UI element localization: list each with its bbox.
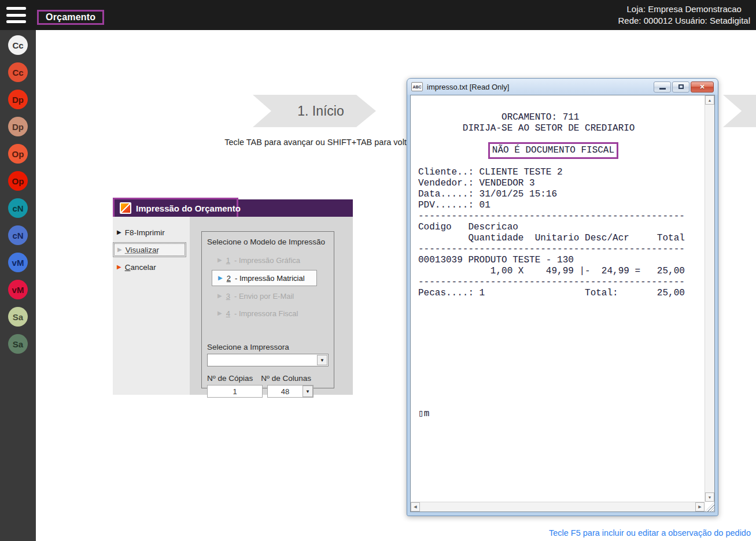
chevron-down-icon: ▼: [305, 389, 310, 394]
tab-navigation-hint: Tecle TAB para avançar ou SHIFT+TAB para…: [209, 138, 429, 147]
receipt-line: 1,00 X 49,99 |- 24,99 = 25,00: [418, 266, 685, 277]
close-icon: ✕: [699, 83, 705, 91]
topbar: Orçamento Loja: Empresa Demonstracao Red…: [0, 0, 756, 30]
printer-select-dropdown-button[interactable]: ▼: [317, 355, 327, 365]
print-dialog-title-highlight: Impressão do Orçamento: [113, 198, 238, 218]
maximize-icon: [678, 84, 684, 89]
sidebar-icon-Sa-11[interactable]: Sa: [8, 334, 28, 354]
model-option-4[interactable]: ▶4 - Impressora Fiscal: [202, 305, 334, 322]
session-info: Loja: Empresa Demonstracao Rede: 000012 …: [618, 3, 751, 27]
receipt-line: Codigo Descricao: [418, 222, 685, 233]
sidebar-icon-Dp-3[interactable]: Dp: [8, 117, 28, 136]
receipt-line: DIRIJA-SE AO SETOR DE CREDIARIO: [418, 123, 685, 134]
main-content: 1. Início Produ Tecle TAB para avançar o…: [36, 30, 756, 541]
model-option-3[interactable]: ▶3 - Envio por E-Mail: [202, 287, 334, 305]
notepad-titlebar[interactable]: ABC impresso.txt [Read Only] ✕: [407, 79, 718, 95]
triangle-right-icon: ▶: [698, 505, 701, 509]
receipt-line: 00013039 PRODUTO TESTE - 130: [418, 255, 685, 266]
receipt-line: [418, 398, 685, 409]
chevron-down-icon: ▼: [320, 358, 324, 363]
option-key: 4: [226, 309, 230, 318]
arrow-icon: ▶: [217, 310, 222, 316]
wizard-step-inicio-label: 1. Início: [297, 103, 344, 119]
horizontal-scrollbar[interactable]: ◀ ▶: [411, 502, 705, 512]
columns-dropdown-button[interactable]: ▼: [303, 386, 313, 397]
receipt-line: [418, 376, 685, 387]
copies-label: Nº de Cópias: [207, 374, 253, 383]
print-dialog-titlebar: Impressão do Orçamento: [113, 199, 353, 217]
triangle-up-icon: ▲: [708, 98, 712, 102]
sidebar-icon-Cc-0[interactable]: Cc: [8, 35, 28, 55]
sidebar-icon-Sa-10[interactable]: Sa: [8, 307, 28, 327]
scroll-left-button[interactable]: ◀: [411, 502, 420, 512]
model-option-2[interactable]: ▶2 - Impressão Matricial: [212, 270, 317, 286]
triangle-down-icon: ▼: [708, 495, 712, 499]
receipt-line: [418, 310, 685, 321]
scroll-up-button[interactable]: ▲: [705, 95, 714, 105]
sidebar-icon-Cc-1[interactable]: Cc: [8, 62, 28, 82]
vertical-scrollbar[interactable]: ▲ ▼: [705, 95, 714, 502]
receipt-line: Quantidade Unitario Desc/Acr Total: [418, 233, 685, 244]
network-user-label: Rede: 000012 Usuário: Setadigital: [618, 15, 751, 27]
receipt-line: NÃO É DOCUMENTO FISCAL: [418, 145, 685, 156]
receipt-line: ----------------------------------------…: [418, 211, 685, 222]
receipt-line: Data.....: 31/01/25 15:16: [418, 189, 685, 200]
arrow-icon: ▶: [117, 229, 121, 235]
resize-grip[interactable]: [705, 502, 714, 512]
notepad-window-title: impresso.txt [Read Only]: [427, 83, 509, 91]
notepad-window: ABC impresso.txt [Read Only] ✕ ORCAMENTO…: [407, 78, 718, 516]
sidebar-icon-cN-6[interactable]: cN: [8, 198, 28, 218]
minimize-icon: [659, 88, 666, 90]
seta-logo-icon: [120, 202, 131, 214]
arrow-icon: ▶: [217, 257, 222, 263]
f5-observation-hint: Tecle F5 para incluir ou editar a observ…: [549, 528, 751, 538]
store-label: Loja: Empresa Demonstracao: [618, 3, 751, 15]
printer-section-label: Selecione a Impressora: [207, 343, 289, 351]
copies-input[interactable]: 1: [207, 385, 263, 398]
cancel-button[interactable]: ▶ Cancelar: [113, 260, 190, 275]
notepad-text-area[interactable]: ORCAMENTO: 711 DIRIJA-SE AO SETOR DE CRE…: [410, 95, 715, 512]
sidebar-icon-vM-8[interactable]: vM: [8, 253, 28, 272]
sidebar-icon-Dp-2[interactable]: Dp: [8, 90, 28, 109]
arrow-icon: ▶: [218, 275, 223, 281]
receipt-line: [418, 365, 685, 376]
arrow-icon: ▶: [217, 293, 222, 299]
minimize-button[interactable]: [654, 81, 671, 92]
option-key: 1: [226, 256, 230, 265]
triangle-left-icon: ◀: [414, 505, 416, 509]
receipt-line: Pecas....: 1 Total: 25,00: [418, 288, 685, 299]
receipt-line: [418, 332, 685, 343]
sidebar-icon-cN-7[interactable]: cN: [8, 225, 28, 245]
receipt-line: [418, 101, 685, 112]
print-button[interactable]: ▶ F8-Imprimir: [113, 225, 190, 240]
receipt-line: ----------------------------------------…: [418, 277, 685, 288]
print-dialog: Impressão do Orçamento ▶ F8-Imprimir ▶ V…: [113, 199, 353, 395]
arrow-icon: ▶: [117, 264, 121, 270]
receipt-line: [418, 299, 685, 310]
arrow-icon: ▶: [117, 247, 122, 253]
columns-label: Nº de Colunas: [261, 374, 311, 383]
model-option-1[interactable]: ▶1 - Impressão Gráfica: [202, 251, 334, 269]
sidebar-icon-Op-4[interactable]: Op: [8, 144, 28, 164]
sidebar-icon-vM-9[interactable]: vM: [8, 280, 28, 299]
receipt-line: ▯m: [418, 409, 685, 420]
preview-button[interactable]: ▶ Visualizar: [113, 242, 186, 257]
print-dialog-options-panel: Selecione o Modelo de Impressão ▶1 - Imp…: [190, 217, 353, 395]
text-file-icon: ABC: [411, 82, 423, 91]
printer-select[interactable]: ▼: [207, 354, 329, 366]
receipt-line: PDV......: 01: [418, 200, 685, 211]
hamburger-menu-icon[interactable]: [6, 7, 26, 23]
receipt-line: Vendedor.: VENDEDOR 3: [418, 178, 685, 189]
model-options: ▶1 - Impressão Gráfica▶2 - Impressão Mat…: [202, 251, 334, 322]
scroll-down-button[interactable]: ▼: [705, 492, 714, 502]
receipt-line: [418, 343, 685, 354]
receipt-line: ORCAMENTO: 711: [418, 112, 685, 123]
print-dialog-title: Impressão do Orçamento: [136, 203, 241, 213]
scroll-right-button[interactable]: ▶: [695, 502, 705, 512]
maximize-button[interactable]: [672, 81, 689, 92]
sidebar-icon-Op-5[interactable]: Op: [8, 171, 28, 191]
receipt-line: ----------------------------------------…: [418, 244, 685, 255]
print-options-fieldset: Selecione o Modelo de Impressão ▶1 - Imp…: [201, 231, 334, 388]
close-button[interactable]: ✕: [691, 81, 714, 92]
option-key: 3: [226, 292, 230, 301]
